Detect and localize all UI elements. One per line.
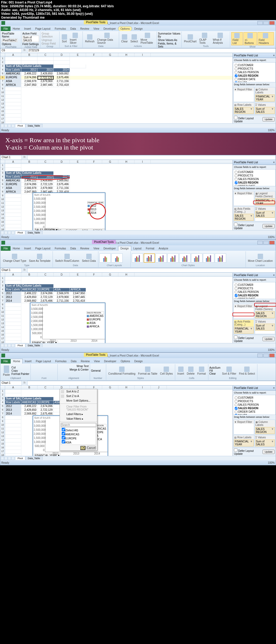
sort-filter-button[interactable]: Sort & Filter: [221, 366, 237, 376]
tab-developer[interactable]: Developer: [101, 26, 118, 31]
clear-button[interactable]: Clear: [209, 372, 220, 375]
name-box[interactable]: Chart 1: [0, 155, 22, 160]
formula-bar[interactable]: 2722129: [27, 48, 276, 53]
close-button[interactable]: [269, 21, 275, 25]
tab-options[interactable]: Options: [118, 26, 132, 31]
close-pane-icon[interactable]: ×: [273, 54, 275, 57]
nav-prev[interactable]: [4, 124, 8, 127]
change-chart-type-button[interactable]: Change Chart Type: [2, 253, 27, 263]
select-data-button[interactable]: Select Data: [81, 253, 97, 263]
options-button[interactable]: Options: [2, 43, 11, 46]
row-labels-area[interactable]: ▤ Row Labels SALES REGION▼: [233, 103, 254, 114]
fill-button[interactable]: Fill: [209, 369, 220, 372]
format-cells-button[interactable]: Format: [196, 366, 207, 376]
update-button[interactable]: Update: [263, 117, 275, 121]
field-item-sales-person[interactable]: SALES PERSON: [234, 177, 274, 181]
sort-az-item[interactable]: Sort A to Z: [60, 389, 97, 394]
field-item-sales-person[interactable]: SALES PERSON: [234, 403, 274, 406]
autosum-button[interactable]: AutoSum: [209, 366, 220, 369]
field-item-customer[interactable]: CUSTOMER: [234, 63, 274, 67]
selected-cell[interactable]: 2,722,129: [37, 76, 54, 80]
chart-styles-gallery[interactable]: [132, 252, 244, 264]
field-settings-button[interactable]: Field Settings: [22, 43, 39, 46]
values-area[interactable]: Σ Values Sum of SALES▼: [255, 206, 275, 221]
summarize-button[interactable]: Summarize Values By: [158, 32, 181, 38]
field-item-products[interactable]: PRODUCTS: [234, 399, 274, 403]
tab-home[interactable]: Home: [11, 26, 22, 31]
value-filters-item[interactable]: Value Filters ▸: [60, 416, 97, 421]
field-item-customer[interactable]: CUSTOMER: [234, 396, 274, 399]
update-button[interactable]: Update: [263, 224, 275, 228]
sheet-tab-pivot[interactable]: Pivot: [15, 124, 25, 127]
select-button[interactable]: Select: [129, 34, 139, 43]
more-sort-item[interactable]: More Sort Options...: [60, 398, 97, 403]
field-item-customer[interactable]: CUSTOMER: [234, 283, 274, 287]
column-labels-area[interactable]: ▦ Column Labels FINANCIAL YEAR▼: [255, 87, 275, 102]
pivotchart-button[interactable]: PivotChart: [183, 34, 198, 43]
minimize-button[interactable]: [257, 21, 263, 25]
field-item-order-date[interactable]: ORDER DATE: [234, 410, 274, 413]
merge-center-button[interactable]: Merge & Center: [70, 368, 89, 371]
field-item-sales-person[interactable]: SALES PERSON: [234, 70, 274, 74]
fx-icon[interactable]: fx: [22, 155, 27, 160]
field-item-sales-person[interactable]: SALES PERSON: [234, 290, 274, 294]
fields-items-button[interactable]: Fields, Items, & Sets: [158, 42, 181, 48]
tab-review[interactable]: Review: [78, 26, 91, 31]
field-item-customer[interactable]: CUSTOMER: [234, 170, 274, 174]
tab-data[interactable]: Data: [68, 26, 78, 31]
pivottable-tools-tab[interactable]: PivotTable Tools: [84, 353, 108, 357]
report-filter-area[interactable]: ▼ Report Filter: [233, 87, 254, 102]
clear-filter-item[interactable]: Clear Filter From "SALES REGION": [60, 404, 97, 412]
chart-layouts-gallery[interactable]: [99, 252, 129, 264]
tab-view[interactable]: View: [91, 26, 102, 31]
conditional-formatting-button[interactable]: Conditional Formatting: [107, 366, 137, 376]
wrap-text-button[interactable]: Wrap Text: [77, 365, 89, 368]
sort-za-item[interactable]: Sort Z to A: [60, 394, 97, 398]
field-item-products[interactable]: PRODUCTS: [234, 174, 274, 177]
pivottable-tools-tab[interactable]: PivotTable Tools: [84, 20, 108, 24]
paste-button[interactable]: Paste: [2, 365, 11, 377]
format-painter-button[interactable]: Format Painter: [12, 372, 29, 375]
insert-slicer-button[interactable]: Insert Slicer: [69, 32, 82, 45]
tab-page-layout[interactable]: Page Layout: [33, 26, 53, 31]
field-headers-button[interactable]: Field Headers: [257, 32, 274, 45]
pivot-chart[interactable]: Sum of SALES 3,500,0003,000,000 2,500,00…: [30, 303, 105, 343]
field-item-sales-region[interactable]: SALES REGION: [234, 294, 274, 297]
maximize-button[interactable]: [263, 21, 269, 25]
close-pane-icon[interactable]: ×: [273, 161, 275, 164]
field-item-products[interactable]: PRODUCTS: [234, 287, 274, 290]
field-item-products[interactable]: PRODUCTS: [234, 67, 274, 70]
nav-first[interactable]: [1, 124, 4, 127]
field-item-sales-region[interactable]: SALES REGION: [234, 181, 274, 184]
move-pivottable-button[interactable]: Move PivotTable: [140, 32, 156, 45]
cancel-button[interactable]: Cancel: [87, 446, 96, 450]
sheet-tab-data[interactable]: Data_Table: [25, 124, 43, 127]
buttons-toggle[interactable]: +/- Buttons: [243, 32, 257, 45]
axis-fields-area[interactable]: ▤ Axis Fields (Categ...) SALES REGION▼: [233, 206, 254, 221]
clear-button[interactable]: Clear: [120, 34, 129, 43]
switch-row-column-button[interactable]: Switch Row/Column: [54, 253, 80, 263]
refresh-button[interactable]: Refresh: [84, 34, 95, 43]
change-data-source-button[interactable]: Change Data Source: [96, 32, 118, 45]
olap-button[interactable]: OLAP Tools: [198, 32, 211, 45]
whatif-button[interactable]: What-If Analysis: [212, 32, 229, 45]
pivotchart-tools-tab[interactable]: PivotChart Tools: [92, 240, 116, 244]
copy-button[interactable]: Copy: [12, 369, 29, 372]
insert-cells-button[interactable]: Insert: [176, 366, 185, 376]
save-template-button[interactable]: Save As Template: [28, 253, 52, 263]
cut-button[interactable]: Cut: [12, 366, 29, 369]
ok-button[interactable]: OK: [80, 446, 85, 450]
nav-next[interactable]: [8, 124, 11, 127]
label-filters-item[interactable]: Label Filters ▸: [60, 412, 97, 416]
sort-button[interactable]: Sort: [61, 34, 68, 43]
show-as-button[interactable]: Show Values As: [158, 39, 177, 42]
chart-dropdown[interactable]: SALES REGION ▼: [34, 228, 58, 230]
report-filter-area[interactable]: ▼ Report Filter: [233, 191, 254, 206]
tab-insert[interactable]: Insert: [22, 26, 33, 31]
cell-styles-button[interactable]: Cell Styles: [159, 366, 174, 376]
pivottable-name[interactable]: PivotTable2: [2, 39, 18, 42]
values-area[interactable]: Σ Values Sum of SALES▼: [255, 103, 275, 114]
field-list[interactable]: CUSTOMERPRODUCTSSALES PERSONSALES REGION…: [233, 62, 276, 82]
delete-cells-button[interactable]: Delete: [186, 366, 196, 376]
filter-search-input[interactable]: [61, 423, 96, 427]
